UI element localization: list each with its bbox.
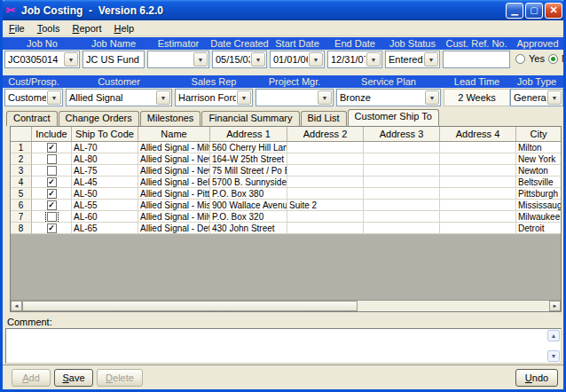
grid-cell-address2[interactable] — [287, 176, 364, 188]
grid-cell-name[interactable]: Allied Signal - Pittsburgh — [138, 188, 210, 200]
scrollbar-thumb[interactable] — [22, 301, 358, 311]
grid-cell-address4[interactable] — [440, 165, 516, 176]
row-number[interactable]: 4 — [11, 176, 32, 188]
grid-cell-city[interactable]: Mississauga — [516, 200, 561, 211]
undo-button[interactable]: Undo — [515, 369, 558, 387]
include-cell[interactable] — [32, 165, 72, 176]
grid-cell-address3[interactable] — [364, 165, 440, 176]
grid-cell-address2[interactable] — [287, 153, 364, 165]
grid-cell-ship_to_code[interactable]: AL-65 — [72, 223, 138, 234]
grid-cell-address1[interactable]: 430 John Street — [210, 223, 287, 234]
menu-report[interactable]: Report — [66, 22, 107, 35]
include-checkbox[interactable] — [47, 166, 57, 176]
grid-cell-city[interactable]: Pittsburgh — [516, 188, 561, 200]
grid-cell-address4[interactable] — [440, 200, 516, 211]
scroll-up-icon[interactable]: ▲ — [547, 330, 560, 341]
chevron-down-icon[interactable]: ▼ — [318, 90, 332, 105]
grid-cell-ship_to_code[interactable]: AL-60 — [72, 211, 138, 223]
include-checkbox[interactable]: ✓ — [47, 223, 57, 233]
grid-cell-ship_to_code[interactable]: AL-50 — [72, 188, 138, 200]
grid-cell-name[interactable]: Allied Signal - Milton — [138, 142, 210, 153]
row-number[interactable]: 8 — [11, 223, 32, 234]
grid-cell-address2[interactable] — [287, 223, 364, 234]
include-checkbox[interactable]: ✓ — [47, 189, 57, 199]
chevron-down-icon[interactable]: ▼ — [425, 90, 439, 105]
tab-change-orders[interactable]: Change Orders — [59, 111, 139, 126]
grid-cell-address3[interactable] — [364, 211, 440, 223]
chevron-down-icon[interactable]: ▼ — [47, 90, 61, 105]
grid-cell-address3[interactable] — [364, 188, 440, 200]
chevron-down-icon[interactable]: ▼ — [193, 52, 208, 67]
include-cell[interactable] — [32, 211, 72, 223]
start-date-combo[interactable]: 01/01/06 ▼ — [270, 51, 325, 68]
estimator-combo[interactable]: ▼ — [147, 51, 209, 68]
grid-cell-name[interactable]: Allied Signal - Newton — [138, 165, 210, 176]
grid-cell-name[interactable]: Allied Signal - Detroit — [138, 223, 210, 234]
horizontal-scrollbar[interactable]: ◄ ► — [11, 300, 561, 311]
include-checkbox[interactable]: ✓ — [47, 143, 57, 153]
end-date-combo[interactable]: 12/31/07 ▼ — [327, 51, 382, 68]
grid-cell-city[interactable]: Newton — [516, 165, 561, 176]
grid-cell-name[interactable]: Allied Signal - Mississauga — [138, 200, 210, 211]
grid-cell-name[interactable]: Allied Signal - Milwaukee — [138, 211, 210, 223]
include-checkbox[interactable]: ✓ — [47, 200, 57, 210]
menu-tools[interactable]: Tools — [31, 22, 67, 35]
row-number[interactable]: 5 — [11, 188, 32, 200]
grid-cell-address3[interactable] — [364, 142, 440, 153]
grid-cell-address1[interactable]: 5700 B. Sunnyside Ave — [210, 176, 287, 188]
grid-cell-address1[interactable]: 560 Cherry Hill Lane — [210, 142, 287, 153]
customer-combo[interactable]: Allied Signal ▼ — [66, 89, 172, 106]
minimize-button[interactable]: ▁ — [506, 3, 523, 19]
grid-cell-city[interactable]: Detroit — [516, 223, 561, 234]
chevron-down-icon[interactable]: ▼ — [251, 52, 265, 67]
approved-yes-radio[interactable] — [515, 54, 525, 64]
chevron-down-icon[interactable]: ▼ — [156, 90, 170, 105]
grid-cell-address4[interactable] — [440, 223, 516, 234]
grid-cell-address2[interactable]: Suite 2 — [287, 200, 364, 211]
job-no-combo[interactable]: JC0305014 ▼ — [4, 51, 80, 68]
grid-cell-ship_to_code[interactable]: AL-70 — [72, 142, 138, 153]
menu-help[interactable]: Help — [107, 22, 140, 35]
row-number[interactable]: 3 — [11, 165, 32, 176]
date-created-combo[interactable]: 05/15/03 ▼ — [212, 51, 267, 68]
grid-cell-address4[interactable] — [440, 153, 516, 165]
include-cell[interactable]: ✓ — [32, 176, 72, 188]
scrollbar-track[interactable] — [358, 301, 549, 311]
grid-cell-address2[interactable] — [287, 188, 364, 200]
grid-cell-address4[interactable] — [440, 188, 516, 200]
tab-financial-summary[interactable]: Financial Summary — [201, 111, 299, 126]
scroll-right-icon[interactable]: ► — [549, 301, 561, 311]
sales-rep-combo[interactable]: Harrison Ford ▼ — [175, 89, 253, 106]
grid-cell-address2[interactable] — [287, 165, 364, 176]
job-status-combo[interactable]: Entered ▼ — [385, 51, 440, 68]
tab-contract[interactable]: Contract — [6, 111, 58, 126]
grid-cell-address1[interactable]: P.O. Box 380 — [210, 188, 287, 200]
job-type-combo[interactable]: General ▼ — [510, 89, 563, 106]
include-cell[interactable]: ✓ — [32, 188, 72, 200]
grid-cell-city[interactable]: Milton — [516, 142, 561, 153]
grid-cell-city[interactable]: Milwaukee — [516, 211, 561, 223]
grid-cell-name[interactable]: Allied Signal - Beltsville — [138, 176, 210, 188]
grid-cell-address1[interactable]: 900 Wallace Avenue — [210, 200, 287, 211]
grid-cell-name[interactable]: Allied Signal - New York — [138, 153, 210, 165]
grid-cell-ship_to_code[interactable]: AL-75 — [72, 165, 138, 176]
grid-cell-address3[interactable] — [364, 176, 440, 188]
row-number[interactable]: 2 — [11, 153, 32, 165]
include-checkbox[interactable] — [47, 154, 57, 164]
grid-cell-address2[interactable] — [287, 142, 364, 153]
grid-cell-ship_to_code[interactable]: AL-80 — [72, 153, 138, 165]
grid-cell-address3[interactable] — [364, 223, 440, 234]
menu-file[interactable]: File — [3, 22, 31, 35]
grid-cell-address4[interactable] — [440, 211, 516, 223]
tab-bid-list[interactable]: Bid List — [301, 111, 347, 126]
grid-cell-address4[interactable] — [440, 176, 516, 188]
grid-cell-ship_to_code[interactable]: AL-45 — [72, 176, 138, 188]
chevron-down-icon[interactable]: ▼ — [424, 52, 438, 67]
row-number[interactable]: 7 — [11, 211, 32, 223]
grid-cell-address3[interactable] — [364, 153, 440, 165]
cust-ref-field[interactable] — [443, 51, 510, 68]
service-plan-combo[interactable]: Bronze ▼ — [336, 89, 441, 106]
include-checkbox[interactable] — [47, 212, 57, 222]
save-button[interactable]: Save — [54, 369, 93, 387]
tab-customer-ship-to[interactable]: Customer Ship To — [348, 109, 439, 126]
